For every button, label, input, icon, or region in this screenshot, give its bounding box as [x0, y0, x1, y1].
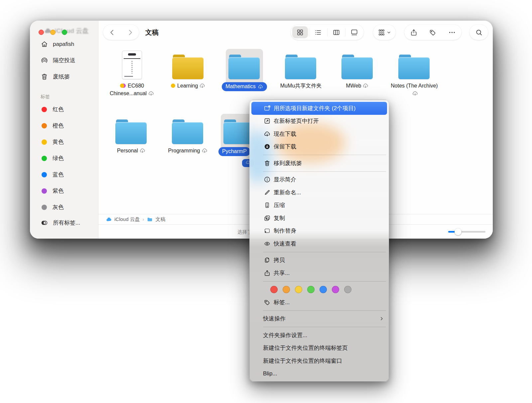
menu-tag-color-dot[interactable]: [307, 286, 315, 293]
menu-item[interactable]: 标签...: [250, 296, 389, 309]
breadcrumb-label: iCloud 云盘: [114, 216, 140, 223]
file-icon: [273, 51, 329, 79]
menu-tag-color-dot[interactable]: [270, 286, 278, 293]
minimize-window-button[interactable]: [50, 30, 56, 35]
menu-item[interactable]: 制作替身: [250, 225, 389, 238]
menu-item[interactable]: 保留下载: [250, 140, 389, 153]
file-item-mathematics[interactable]: Mathematics: [216, 51, 273, 91]
file-name: Notes (The Archive): [391, 83, 438, 89]
view-mode-list-view[interactable]: [309, 25, 327, 40]
sidebar-item-airdrop[interactable]: 隔空投送: [30, 52, 98, 69]
cloud-download-icon: [199, 83, 205, 89]
zoom-window-button[interactable]: [62, 30, 67, 35]
file-name: Personal: [117, 148, 138, 153]
menu-item[interactable]: 复制: [250, 212, 389, 225]
search-button[interactable]: [469, 25, 488, 40]
sidebar-tags-list: 红色橙色黄色绿色蓝色紫色灰色: [30, 101, 98, 215]
menu-tag-color-dot[interactable]: [332, 286, 339, 293]
sidebar-tag-orange[interactable]: 橙色: [30, 117, 98, 134]
file-item-ec680[interactable]: EC680 Chinese...anual: [104, 51, 160, 97]
menu-item[interactable]: 重新命名...: [250, 186, 389, 199]
menu-item[interactable]: 移到废纸篓: [250, 157, 389, 170]
sidebar-item-papafish[interactable]: papafish: [30, 36, 98, 52]
menu-item-label: 在新标签页中打开: [274, 117, 319, 125]
sidebar-tag-red[interactable]: 红色: [30, 101, 98, 117]
breadcrumb-item[interactable]: iCloud 云盘: [106, 216, 140, 223]
menu-tag-color-dot[interactable]: [283, 286, 290, 293]
zoom-slider-thumb[interactable]: [455, 228, 462, 235]
menu-item[interactable]: 新建位于文件夹位置的终端标签页: [250, 342, 389, 355]
file-name: MWeb: [346, 83, 361, 89]
file-item-mweb[interactable]: MWeb: [329, 51, 386, 90]
zoom-slider[interactable]: [448, 231, 485, 233]
menu-item[interactable]: 共享...: [250, 267, 389, 280]
sidebar-item-trash[interactable]: 废纸篓: [30, 69, 98, 85]
file-tag-dot: [120, 84, 124, 88]
sidebar-tag-yellow[interactable]: 黄色: [30, 134, 98, 150]
menu-item[interactable]: 文件夹操作设置...: [250, 329, 389, 342]
cloud-download-icon: [148, 90, 154, 97]
menu-item-label: 快速查看: [274, 240, 296, 248]
view-mode-icon-view[interactable]: [291, 25, 309, 40]
sidebar-tag-gray[interactable]: 灰色: [30, 199, 98, 215]
menu-tag-color-dot[interactable]: [295, 286, 302, 293]
file-item-programming[interactable]: Programming: [160, 116, 216, 155]
menu-item[interactable]: 显示简介: [250, 173, 389, 186]
file-name: Programming: [168, 148, 200, 153]
sidebar-tag-label: 黄色: [53, 138, 64, 146]
close-window-button[interactable]: [39, 30, 44, 35]
sidebar-tag-label: 绿色: [53, 154, 64, 162]
menu-tag-color-dot[interactable]: [320, 286, 327, 293]
sidebar-tag-green[interactable]: 绿色: [30, 150, 98, 166]
file-label-pill: PycharmP: [218, 147, 250, 156]
menu-tag-color-dot[interactable]: [344, 286, 351, 293]
menu-item[interactable]: Blip...: [250, 367, 389, 380]
sidebar: iCloud 云盘 papafish隔空投送废纸篓 标签 红色橙色黄色绿色蓝色紫…: [30, 21, 98, 239]
menu-tag-colors-row: [250, 283, 389, 296]
share-button[interactable]: [410, 29, 418, 36]
file-icon: [386, 51, 443, 79]
view-mode-column-view[interactable]: [328, 25, 345, 40]
sidebar-item-label: 废纸篓: [53, 73, 70, 81]
menu-item[interactable]: 现在下载: [250, 127, 389, 140]
file-item-personal[interactable]: Personal: [103, 116, 160, 155]
tag-color-dot: [42, 156, 47, 161]
sidebar-item-all-tags[interactable]: 所有标签...: [30, 215, 98, 231]
more-button[interactable]: [448, 29, 456, 36]
menu-item[interactable]: 在新标签页中打开: [250, 115, 389, 128]
back-button[interactable]: [108, 29, 116, 36]
menu-item[interactable]: 快速查看: [250, 237, 389, 250]
breadcrumb-item[interactable]: 文稿: [147, 216, 165, 223]
menu-item[interactable]: 拷贝: [250, 254, 389, 267]
icon-view-icon: [296, 29, 304, 36]
sidebar-tag-purple[interactable]: 紫色: [30, 183, 98, 199]
cloud-download-icon: [412, 90, 418, 97]
menu-item-label: 显示简介: [274, 176, 296, 183]
file-item-learning[interactable]: Learning: [160, 51, 216, 90]
chevron-down-icon: [386, 30, 391, 35]
folder-icon: [341, 55, 373, 79]
menu-item[interactable]: 压缩: [250, 199, 389, 212]
file-item-notes[interactable]: Notes (The Archive): [386, 51, 443, 97]
rename-icon: [263, 189, 271, 196]
list-view-icon: [314, 29, 322, 36]
new-folder-selection-icon: [263, 105, 271, 112]
menu-separator: [263, 310, 386, 311]
sidebar-favorites: papafish隔空投送废纸篓: [30, 36, 98, 85]
forward-button[interactable]: [126, 29, 134, 36]
tag-button[interactable]: [429, 29, 437, 36]
file-item-mumu[interactable]: MuMu共享文件夹: [273, 51, 329, 90]
tag-color-dot: [42, 123, 47, 128]
menu-item-label: 拷贝: [274, 256, 285, 264]
group-icon: [378, 29, 385, 36]
file-name: EC680 Chinese...anual: [110, 83, 147, 96]
menu-item[interactable]: 快速操作: [250, 312, 389, 325]
menu-item[interactable]: 用所选项目新建文件夹 (2个项目): [251, 102, 387, 115]
menu-item-label: 保留下载: [274, 143, 296, 150]
group-by-button[interactable]: [373, 25, 396, 40]
context-menu-items: 用所选项目新建文件夹 (2个项目)在新标签页中打开现在下载保留下载移到废纸篓显示…: [250, 100, 389, 381]
sidebar-tag-blue[interactable]: 蓝色: [30, 166, 98, 183]
tag-icon: [263, 299, 271, 306]
menu-item[interactable]: 新建位于文件夹位置的终端窗口: [250, 354, 389, 367]
view-mode-gallery-view[interactable]: [345, 25, 363, 40]
